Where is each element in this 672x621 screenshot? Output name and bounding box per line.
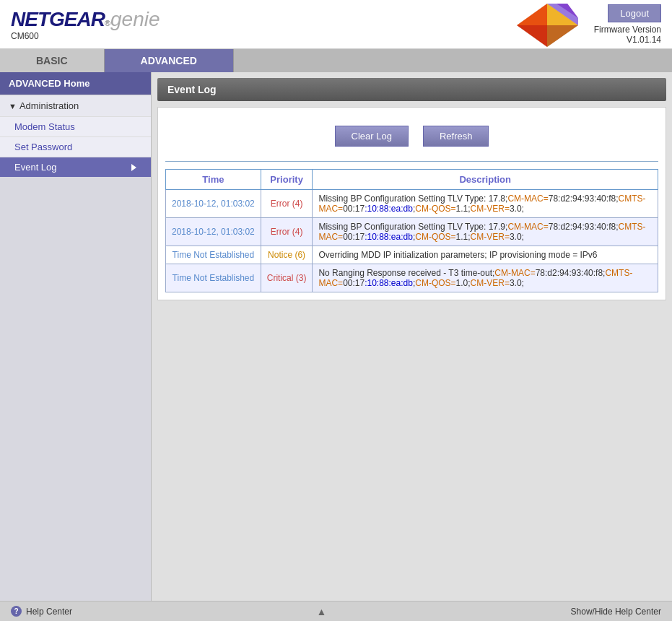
admin-arrow-icon: ▼ [9,102,17,110]
refresh-button[interactable]: Refresh [423,126,489,147]
logout-button[interactable]: Logout [608,4,661,22]
event-table: Time Priority Description 2018-10-12, 01… [165,169,658,292]
time-cell: Time Not Established [166,264,261,292]
main-layout: ADVANCED Home ▼ Administration Modem Sta… [0,72,672,621]
sidebar-item-administration[interactable]: ▼ Administration [0,95,151,116]
help-icon: ? [11,606,22,617]
table-row: 2018-10-12, 01:03:02 Error (4) Missing B… [166,190,658,218]
svg-marker-2 [517,4,547,25]
header-right: Logout Firmware Version V1.01.14 [594,4,661,45]
sidebar-item-modem-status[interactable]: Modem Status [0,116,151,136]
help-center-label: Help Center [26,607,72,617]
sidebar-item-event-log[interactable]: Event Log [0,157,151,177]
table-row: 2018-10-12, 01:03:02 Error (4) Missing B… [166,218,658,246]
svg-marker-4 [517,25,547,47]
button-area: Clear Log Refresh [165,115,658,161]
tab-advanced[interactable]: ADVANCED [105,49,234,72]
logo: NETGEAR ® genie [11,8,160,31]
sidebar-item-advanced-home[interactable]: ADVANCED Home [0,72,151,95]
table-row: Time Not Established Notice (6) Overridi… [166,246,658,264]
tab-bar: BASIC ADVANCED [0,49,672,72]
time-cell: Time Not Established [166,246,261,264]
event-table-container: Time Priority Description 2018-10-12, 01… [165,169,658,292]
svg-marker-3 [547,25,578,47]
brand-reg: ® [105,19,110,27]
priority-cell: Error (4) [261,190,313,218]
brand-netgear: NETGEAR [11,8,105,31]
brand-graphic [517,4,578,49]
tab-basic[interactable]: BASIC [0,49,105,72]
logo-area: NETGEAR ® genie CM600 [11,8,160,41]
content-panel: Clear Log Refresh Time Priority Descript… [157,107,666,300]
event-log-arrow-icon [131,164,136,171]
show-hide-help-label[interactable]: Show/Hide Help Center [571,607,661,617]
model-label: CM600 [11,31,160,41]
description-cell: No Ranging Response received - T3 time-o… [313,264,658,292]
priority-cell: Error (4) [261,218,313,246]
brand-genie: genie [110,8,160,31]
description-cell: Missing BP Configuration Setting TLV Typ… [313,218,658,246]
footer-arrow-icon: ▲ [316,606,326,617]
description-cell: Overriding MDD IP initialization paramet… [313,246,658,264]
help-center-left[interactable]: ? Help Center [11,606,72,617]
firmware-info: Firmware Version V1.01.14 [594,25,661,45]
sidebar: ADVANCED Home ▼ Administration Modem Sta… [0,72,152,621]
time-cell: 2018-10-12, 01:03:02 [166,190,261,218]
priority-cell: Critical (3) [261,264,313,292]
col-header-time: Time [166,170,261,190]
content-area: Event Log Clear Log Refresh Time Priorit… [152,72,672,621]
event-log-header: Event Log [157,78,666,101]
sidebar-item-set-password[interactable]: Set Password [0,136,151,157]
priority-cell: Notice (6) [261,246,313,264]
time-cell: 2018-10-12, 01:03:02 [166,218,261,246]
table-row: Time Not Established Critical (3) No Ran… [166,264,658,292]
description-cell: Missing BP Configuration Setting TLV Typ… [313,190,658,218]
col-header-priority: Priority [261,170,313,190]
clear-log-button[interactable]: Clear Log [335,126,409,147]
footer: ? Help Center ▲ Show/Hide Help Center [0,601,672,621]
col-header-description: Description [313,170,658,190]
